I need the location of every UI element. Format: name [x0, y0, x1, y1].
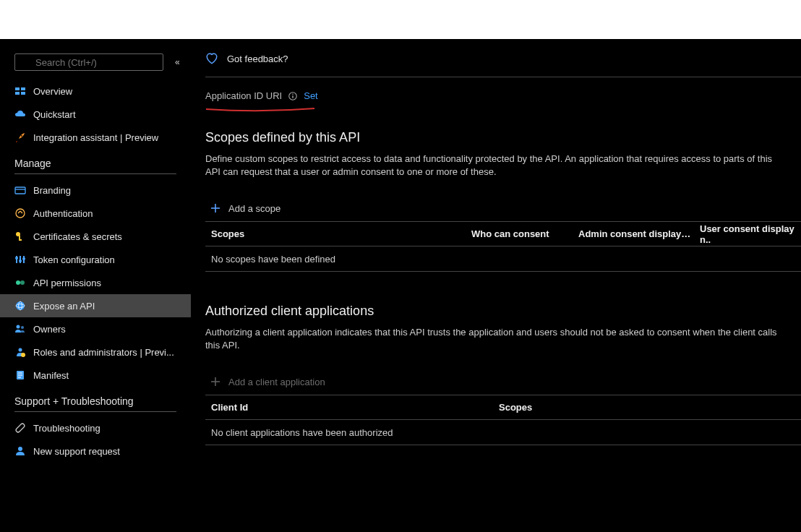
section-header-support: Support + Troubleshooting: [14, 395, 176, 412]
svg-rect-12: [19, 239, 22, 241]
support-icon: [14, 445, 26, 457]
plus-icon: [210, 202, 221, 214]
svg-point-16: [15, 257, 18, 259]
sidebar-item-label: Certificates & secrets: [33, 231, 122, 242]
col-admin-consent-display: Admin consent display…: [578, 228, 700, 239]
svg-point-26: [19, 348, 22, 352]
top-whitespace: [0, 0, 801, 39]
sidebar-item-label: Roles and administrators | Previ...: [33, 347, 174, 358]
sidebar-item-api-permissions[interactable]: API permissions: [12, 271, 191, 294]
svg-rect-5: [21, 92, 25, 95]
svg-rect-7: [15, 187, 25, 194]
col-client-id: Client Id: [211, 402, 499, 413]
scopes-section-desc: Define custom scopes to restrict access …: [205, 153, 801, 178]
auth-icon: [14, 207, 26, 219]
search-wrap: [14, 53, 163, 71]
sidebar-item-label: Expose an API: [33, 301, 95, 312]
overview-icon: [14, 85, 26, 97]
sidebar-item-label: Token configuration: [33, 254, 115, 265]
sidebar-item-certificates[interactable]: Certificates & secrets: [12, 225, 191, 248]
sidebar-item-owners[interactable]: Owners: [12, 317, 191, 340]
scopes-table: Scopes Who can consent Admin consent dis…: [205, 221, 801, 272]
col-scopes: Scopes: [211, 228, 471, 239]
section-header-manage: Manage: [14, 158, 176, 174]
sidebar-item-overview[interactable]: Overview: [12, 80, 191, 103]
info-icon[interactable]: [288, 91, 298, 101]
svg-point-9: [16, 209, 25, 218]
annotation-underline: [205, 106, 315, 113]
table-header: Client Id Scopes: [205, 395, 801, 420]
application-id-uri-row: Application ID URI Set: [205, 90, 801, 101]
sidebar-item-quickstart[interactable]: Quickstart: [12, 103, 191, 126]
sidebar-item-roles[interactable]: Roles and administrators | Previ...: [12, 340, 191, 364]
sidebar-item-authentication[interactable]: Authentication: [12, 202, 191, 225]
table-header: Scopes Who can consent Admin consent dis…: [205, 222, 801, 246]
cloud-icon: [14, 108, 26, 120]
svg-point-18: [22, 257, 25, 260]
rocket-icon: [14, 132, 26, 143]
svg-point-35: [292, 93, 294, 95]
key-icon: [14, 231, 26, 242]
branding-icon: [14, 184, 26, 196]
sliders-icon: [14, 254, 26, 265]
wrench-icon: [14, 422, 26, 434]
sidebar-item-branding[interactable]: Branding: [12, 179, 191, 202]
globe-icon: [14, 300, 26, 312]
sidebar-item-token-configuration[interactable]: Token configuration: [12, 248, 191, 271]
svg-point-21: [16, 301, 25, 310]
add-scope-label: Add a scope: [228, 203, 280, 214]
search-input[interactable]: [14, 53, 163, 71]
sidebar: « Overview Quickstart Integration assist…: [0, 39, 191, 532]
svg-rect-4: [15, 92, 20, 95]
sidebar-item-label: Branding: [33, 185, 71, 196]
svg-point-27: [21, 353, 25, 357]
scopes-section-title: Scopes defined by this API: [205, 130, 801, 145]
svg-rect-2: [15, 87, 20, 90]
heart-icon: [205, 52, 218, 65]
sidebar-item-label: Manifest: [33, 370, 69, 381]
scopes-empty-row: No scopes have been defined: [205, 246, 801, 271]
svg-point-20: [20, 280, 25, 285]
owners-icon: [14, 323, 26, 335]
permissions-icon: [14, 277, 26, 288]
clients-table: Client Id Scopes No client applications …: [205, 395, 801, 445]
sidebar-item-label: Quickstart: [33, 109, 76, 120]
content-panel: Got feedback? Application ID URI Set Sco…: [191, 39, 801, 532]
search-row: «: [14, 53, 191, 71]
sidebar-item-label: New support request: [33, 446, 120, 457]
clients-empty-text: No client applications have been authori…: [211, 427, 393, 438]
sidebar-item-manifest[interactable]: Manifest: [12, 364, 191, 387]
manifest-icon: [14, 369, 26, 381]
clients-section-desc: Authorizing a client application indicat…: [205, 326, 801, 351]
feedback-label: Got feedback?: [227, 53, 288, 64]
add-scope-button[interactable]: Add a scope: [205, 202, 801, 214]
sidebar-item-expose-api[interactable]: Expose an API: [0, 294, 191, 317]
sidebar-item-label: API permissions: [33, 278, 101, 288]
svg-point-17: [19, 259, 22, 262]
sidebar-item-label: Troubleshooting: [33, 423, 100, 434]
feedback-button[interactable]: Got feedback?: [205, 52, 801, 77]
sidebar-item-new-support-request[interactable]: New support request: [12, 439, 191, 463]
svg-point-6: [21, 135, 22, 137]
admin-icon: [14, 346, 26, 358]
sidebar-item-troubleshooting[interactable]: Troubleshooting: [12, 416, 191, 439]
svg-point-25: [21, 326, 24, 329]
main-layout: « Overview Quickstart Integration assist…: [0, 39, 801, 532]
set-link[interactable]: Set: [304, 90, 318, 101]
svg-point-19: [16, 280, 20, 285]
add-client-application-button[interactable]: Add a client application: [205, 376, 801, 387]
sidebar-item-integration-assistant[interactable]: Integration assistant | Preview: [12, 126, 191, 149]
scopes-empty-text: No scopes have been defined: [211, 254, 335, 265]
sidebar-item-label: Integration assistant | Preview: [33, 132, 158, 143]
svg-point-24: [17, 325, 20, 329]
collapse-sidebar-icon[interactable]: «: [172, 54, 183, 70]
clients-section-title: Authorized client applications: [205, 304, 801, 319]
clients-empty-row: No client applications have been authori…: [205, 420, 801, 445]
plus-icon: [210, 376, 221, 387]
col-user-consent-display: User consent display n..: [700, 223, 801, 245]
sidebar-item-label: Owners: [33, 324, 66, 335]
col-who-can-consent: Who can consent: [471, 228, 578, 239]
svg-point-32: [18, 447, 22, 451]
col-scopes: Scopes: [499, 402, 801, 413]
sidebar-item-label: Authentication: [33, 208, 93, 219]
